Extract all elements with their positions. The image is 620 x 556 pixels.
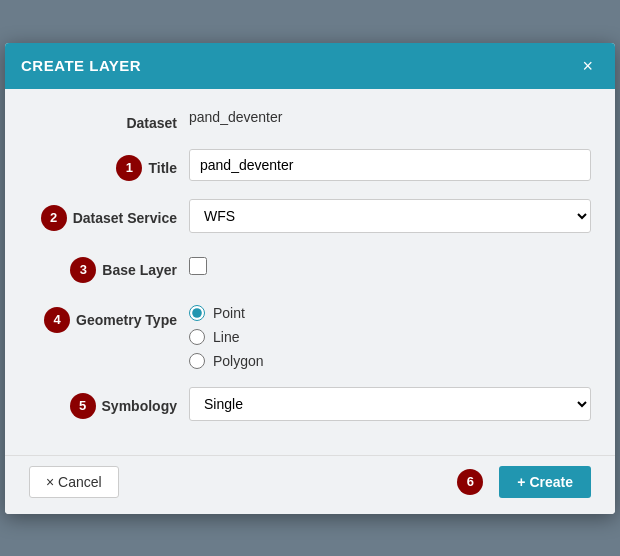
title-label: Title xyxy=(148,160,177,176)
dataset-service-label-col: 2 Dataset Service xyxy=(29,199,189,231)
geometry-line-item[interactable]: Line xyxy=(189,329,591,345)
title-step-badge: 1 xyxy=(116,155,142,181)
create-step-badge: 6 xyxy=(457,469,483,495)
dataset-service-select[interactable]: WFS WMS WMTS xyxy=(189,199,591,233)
geometry-polygon-radio[interactable] xyxy=(189,353,205,369)
symbology-step-badge: 5 xyxy=(70,393,96,419)
dataset-value: pand_deventer xyxy=(189,103,282,125)
dataset-service-step-badge: 2 xyxy=(41,205,67,231)
geometry-type-label-col: 4 Geometry Type xyxy=(29,301,189,333)
dataset-value-col: pand_deventer xyxy=(189,109,591,125)
cancel-button[interactable]: × Cancel xyxy=(29,466,119,498)
modal-body: Dataset pand_deventer 1 Title 2 Dataset … xyxy=(5,89,615,455)
symbology-select-col: Single Categorized Graduated xyxy=(189,387,591,421)
geometry-type-radio-col: Point Line Polygon xyxy=(189,301,591,369)
geometry-line-label: Line xyxy=(213,329,239,345)
geometry-line-radio[interactable] xyxy=(189,329,205,345)
dataset-label: Dataset xyxy=(126,115,177,131)
geometry-polygon-item[interactable]: Polygon xyxy=(189,353,591,369)
base-layer-label: Base Layer xyxy=(102,262,177,278)
base-layer-checkbox-col xyxy=(189,251,591,278)
base-layer-label-col: 3 Base Layer xyxy=(29,251,189,283)
title-row: 1 Title xyxy=(29,149,591,181)
geometry-point-radio[interactable] xyxy=(189,305,205,321)
footer-right: 6 + Create xyxy=(457,466,591,498)
geometry-type-radio-group: Point Line Polygon xyxy=(189,301,591,369)
dataset-service-label: Dataset Service xyxy=(73,210,177,226)
title-input[interactable] xyxy=(189,149,591,181)
geometry-polygon-label: Polygon xyxy=(213,353,264,369)
modal-header: CREATE LAYER × xyxy=(5,43,615,89)
geometry-point-item[interactable]: Point xyxy=(189,305,591,321)
title-input-col xyxy=(189,149,591,181)
dataset-service-row: 2 Dataset Service WFS WMS WMTS xyxy=(29,199,591,233)
symbology-label-col: 5 Symbology xyxy=(29,387,189,419)
modal-footer: × Cancel 6 + Create xyxy=(5,455,615,514)
symbology-label: Symbology xyxy=(102,398,177,414)
modal-title: CREATE LAYER xyxy=(21,57,141,74)
create-layer-modal: CREATE LAYER × Dataset pand_deventer 1 T… xyxy=(5,43,615,514)
modal-close-button[interactable]: × xyxy=(576,55,599,77)
title-label-col: 1 Title xyxy=(29,149,189,181)
base-layer-checkbox[interactable] xyxy=(189,257,207,275)
symbology-row: 5 Symbology Single Categorized Graduated xyxy=(29,387,591,421)
create-button[interactable]: + Create xyxy=(499,466,591,498)
geometry-type-step-badge: 4 xyxy=(44,307,70,333)
base-layer-row: 3 Base Layer xyxy=(29,251,591,283)
geometry-type-row: 4 Geometry Type Point Line Polygon xyxy=(29,301,591,369)
geometry-type-label: Geometry Type xyxy=(76,312,177,328)
dataset-service-select-col: WFS WMS WMTS xyxy=(189,199,591,233)
geometry-point-label: Point xyxy=(213,305,245,321)
dataset-row: Dataset pand_deventer xyxy=(29,109,591,131)
dataset-label-col: Dataset xyxy=(29,109,189,131)
base-layer-checkbox-wrap xyxy=(189,251,591,278)
base-layer-step-badge: 3 xyxy=(70,257,96,283)
symbology-select[interactable]: Single Categorized Graduated xyxy=(189,387,591,421)
